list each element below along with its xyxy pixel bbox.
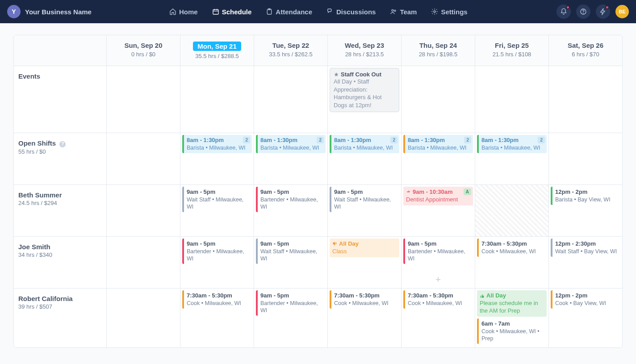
cell-joe-tue[interactable]: 9am - 5pm Wait Staff • Milwaukee, WI	[254, 237, 328, 288]
add-shift-button[interactable]: ＋	[434, 274, 442, 285]
shift-card[interactable]: 9am - 5pm Bartender • Milwaukee, WI	[256, 187, 326, 212]
cell-open-fri[interactable]: 8am - 1:30pm Barista • Milwaukee, WI 2	[475, 133, 549, 184]
help-button[interactable]	[576, 4, 590, 19]
shift-time: 9am - 5pm	[260, 240, 323, 248]
shift-card[interactable]: 9am - 5pm Bartender • Milwaukee, WI	[182, 238, 252, 264]
shift-card[interactable]: 12pm - 2pm Cook • Bay View, WI	[551, 290, 620, 309]
open-shift-card[interactable]: 8am - 1:30pm Barista • Milwaukee, WI 2	[256, 135, 326, 153]
cell-events-wed[interactable]: Staff Cook Out All Day • Staff Appreciat…	[328, 66, 402, 133]
cell-robert-sat[interactable]: 12pm - 2pm Cook • Bay View, WI	[549, 289, 622, 347]
cell-open-mon[interactable]: 8am - 1:30pm Barista • Milwaukee, WI 2	[180, 133, 254, 184]
cell-events-mon[interactable]	[180, 66, 254, 133]
row-title: Open Shifts	[18, 139, 56, 147]
nav-home[interactable]: Home	[163, 5, 204, 18]
day-label: Mon, Sep 21	[193, 42, 241, 51]
shift-time: 8am - 1:30pm	[408, 137, 470, 144]
shift-card[interactable]: 7:30am - 5:30pm Cook • Milwaukee, WI	[403, 290, 473, 309]
user-avatar[interactable]: BE	[615, 5, 629, 18]
cell-events-sun[interactable]	[107, 66, 180, 133]
cell-open-tue[interactable]: 8am - 1:30pm Barista • Milwaukee, WI 2	[254, 133, 328, 184]
shift-card[interactable]: 7:30am - 5:30pm Cook • Milwaukee, WI	[330, 290, 399, 309]
open-shift-card[interactable]: 8am - 1:30pm Barista • Milwaukee, WI 2	[330, 135, 399, 153]
notifications-button[interactable]	[556, 4, 571, 19]
cell-joe-sat[interactable]: 12pm - 2:30pm Wait Staff • Bay View, WI	[549, 237, 622, 288]
shift-time: 9am - 5pm	[334, 188, 397, 196]
cell-events-fri[interactable]	[475, 66, 549, 133]
open-shift-card[interactable]: 8am - 1:30pm Barista • Milwaukee, WI 2	[403, 135, 473, 153]
row-sub: 55 hrs / $0	[18, 148, 102, 155]
nav-settings[interactable]: Settings	[425, 5, 473, 18]
cell-beth-fri[interactable]	[475, 185, 549, 236]
thumbs-up-icon	[480, 293, 485, 298]
cell-beth-thu[interactable]: 9am - 10:30am Dentist Appointment A	[402, 185, 475, 236]
row-label-joe[interactable]: Joe Smith 34 hrs / $340	[14, 237, 107, 288]
shift-card[interactable]: 12pm - 2:30pm Wait Staff • Bay View, WI	[551, 238, 620, 257]
cell-beth-mon[interactable]: 9am - 5pm Wait Staff • Milwaukee, WI	[180, 185, 254, 236]
nav-attendance[interactable]: Attendance	[259, 5, 318, 18]
help-icon[interactable]: ?	[59, 141, 66, 147]
day-header-sun[interactable]: Sun, Sep 20 0 hrs / $0	[107, 35, 180, 66]
open-shift-card[interactable]: 8am - 1:30pm Barista • Milwaukee, WI 2	[182, 135, 252, 153]
shift-card[interactable]: 9am - 5pm Wait Staff • Milwaukee, WI	[182, 187, 252, 212]
cell-beth-sun[interactable]	[107, 185, 180, 236]
day-stats: 33.5 hrs / $262.5	[257, 51, 325, 58]
cell-events-tue[interactable]	[254, 66, 328, 133]
row-label-beth[interactable]: Beth Summer 24.5 hrs / $294	[14, 185, 107, 236]
shift-card[interactable]: 7:30am - 5:30pm Cook • Milwaukee, WI	[477, 238, 547, 257]
shift-card[interactable]: 9am - 5pm Bartender • Milwaukee, WI	[403, 238, 473, 264]
cell-robert-tue[interactable]: 9am - 5pm Bartender • Milwaukee, WI	[254, 289, 328, 347]
day-header-mon[interactable]: Mon, Sep 21 35.5 hrs / $288.5	[180, 35, 254, 66]
cell-robert-fri[interactable]: All Day Please schedule me in the AM for…	[475, 289, 549, 347]
cell-beth-tue[interactable]: 9am - 5pm Bartender • Milwaukee, WI	[254, 185, 328, 236]
shift-card[interactable]: 12pm - 2pm Barista • Bay View, WI	[551, 187, 620, 205]
shift-detail: Bartender • Milwaukee, WI	[187, 248, 249, 263]
cell-open-wed[interactable]: 8am - 1:30pm Barista • Milwaukee, WI 2	[328, 133, 402, 184]
shift-card[interactable]: 7:30am - 5:30pm Cook • Milwaukee, WI	[182, 290, 252, 309]
row-label-robert[interactable]: Robert California 39 hrs / $507	[14, 289, 107, 347]
cell-joe-sun[interactable]	[107, 237, 180, 288]
cell-beth-wed[interactable]: 9am - 5pm Wait Staff • Milwaukee, WI	[328, 185, 402, 236]
nav-schedule[interactable]: Schedule	[206, 5, 258, 18]
day-header-tue[interactable]: Tue, Sep 22 33.5 hrs / $262.5	[254, 35, 328, 66]
preference-card[interactable]: All Day Please schedule me in the AM for…	[477, 290, 547, 317]
nav-discussions[interactable]: Discussions	[320, 5, 382, 18]
day-header-thu[interactable]: Thu, Sep 24 28 hrs / $198.5	[402, 35, 475, 66]
cell-robert-wed[interactable]: 7:30am - 5:30pm Cook • Milwaukee, WI	[328, 289, 402, 347]
shift-card[interactable]: 9am - 5pm Bartender • Milwaukee, WI	[256, 290, 326, 316]
cell-robert-sun[interactable]	[107, 289, 180, 347]
class-card[interactable]: All Day Class	[330, 238, 399, 257]
shift-card[interactable]: 6am - 7am Cook • Milwaukee, WI • Prep	[477, 318, 547, 344]
svg-point-7	[583, 13, 584, 13]
shift-detail: Cook • Milwaukee, WI	[187, 300, 249, 307]
shift-time: 9am - 5pm	[260, 292, 323, 300]
day-header-fri[interactable]: Fri, Sep 25 21.5 hrs / $108	[475, 35, 549, 66]
grid-header-row: Sun, Sep 20 0 hrs / $0 Mon, Sep 21 35.5 …	[14, 35, 622, 66]
row-title: Beth Summer	[18, 191, 102, 199]
nav-team[interactable]: Team	[384, 5, 423, 18]
cell-joe-thu[interactable]: 9am - 5pm Bartender • Milwaukee, WI ＋	[402, 237, 475, 288]
shift-card[interactable]: 9am - 5pm Wait Staff • Milwaukee, WI	[256, 238, 326, 264]
shift-card[interactable]: 9am - 5pm Wait Staff • Milwaukee, WI	[330, 187, 399, 212]
day-header-sat[interactable]: Sat, Sep 26 6 hrs / $70	[549, 35, 622, 66]
shift-detail: Bartender • Milwaukee, WI	[260, 196, 323, 211]
cell-robert-thu[interactable]: 7:30am - 5:30pm Cook • Milwaukee, WI	[402, 289, 475, 347]
absence-card[interactable]: 9am - 10:30am Dentist Appointment A	[403, 187, 473, 205]
cell-joe-fri[interactable]: 7:30am - 5:30pm Cook • Milwaukee, WI	[475, 237, 549, 288]
cell-events-sat[interactable]	[549, 66, 622, 133]
open-shift-card[interactable]: 8am - 1:30pm Barista • Milwaukee, WI 2	[477, 135, 547, 153]
event-card[interactable]: Staff Cook Out All Day • Staff Appreciat…	[330, 68, 399, 112]
cell-robert-mon[interactable]: 7:30am - 5:30pm Cook • Milwaukee, WI	[180, 289, 254, 347]
lightning-icon	[599, 8, 607, 15]
activity-button[interactable]	[596, 4, 610, 19]
day-header-wed[interactable]: Wed, Sep 23 28 hrs / $213.5	[328, 35, 402, 66]
cell-open-sat[interactable]	[549, 133, 622, 184]
day-label: Tue, Sep 22	[257, 42, 325, 49]
absence-detail: Dentist Appointment	[406, 196, 470, 204]
cell-joe-mon[interactable]: 9am - 5pm Bartender • Milwaukee, WI	[180, 237, 254, 288]
cell-open-sun[interactable]	[107, 133, 180, 184]
brand[interactable]: Y Your Business Name	[7, 5, 92, 18]
cell-events-thu[interactable]	[402, 66, 475, 133]
cell-joe-wed[interactable]: All Day Class	[328, 237, 402, 288]
cell-open-thu[interactable]: 8am - 1:30pm Barista • Milwaukee, WI 2	[402, 133, 475, 184]
cell-beth-sat[interactable]: 12pm - 2pm Barista • Bay View, WI	[549, 185, 622, 236]
